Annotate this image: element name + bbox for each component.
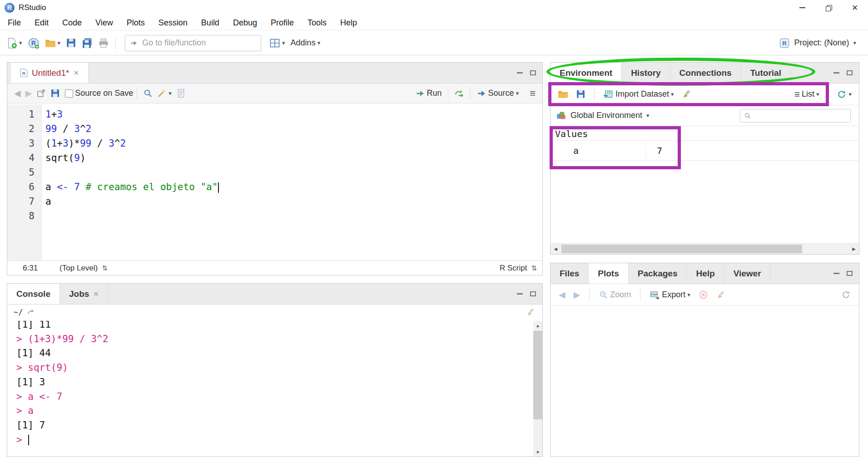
popout-button[interactable] — [34, 85, 48, 102]
forward-button[interactable]: ▶ — [23, 85, 35, 102]
code-text[interactable]: sqrt(9) — [42, 151, 86, 165]
menu-code[interactable]: Code — [55, 15, 89, 30]
save-workspace-button[interactable] — [573, 85, 588, 104]
code-token: 3 — [109, 138, 114, 149]
code-text[interactable]: 1+3 — [42, 107, 63, 122]
console-tab-jobs[interactable]: Jobs✕ — [60, 284, 109, 304]
environment-tab-tutorial[interactable]: Tutorial — [741, 63, 791, 83]
files-tab-files[interactable]: Files — [551, 263, 589, 284]
minimize-pane-button[interactable] — [833, 273, 839, 274]
menu-file[interactable]: File — [1, 15, 28, 30]
new-file-button[interactable]: ▾ — [4, 34, 25, 53]
zoom-plot-button[interactable]: Zoom — [596, 285, 634, 305]
save-source-button[interactable] — [48, 85, 62, 102]
previous-plot-button[interactable]: ◀ — [556, 285, 568, 305]
environment-search-input[interactable] — [754, 112, 848, 120]
search-icon — [744, 112, 751, 119]
files-tab-help[interactable]: Help — [687, 263, 724, 284]
project-chooser-button[interactable]: R Project: (None) ▾ — [779, 38, 856, 49]
close-button[interactable]: ✕ — [842, 0, 868, 15]
console-body[interactable]: [1] 11> (1+3)*99 / 3^2[1] 44> sqrt(9)[1]… — [7, 321, 542, 457]
files-tab-label: Files — [560, 269, 579, 279]
clear-plots-button[interactable] — [714, 285, 729, 305]
menu-tools[interactable]: Tools — [301, 15, 333, 30]
code-text[interactable] — [42, 209, 45, 223]
environment-object-row[interactable]: a7 — [551, 141, 859, 161]
menu-debug[interactable]: Debug — [226, 15, 264, 30]
code-text[interactable]: a — [42, 194, 51, 209]
compile-report-button[interactable] — [174, 85, 188, 102]
environment-tab-environment[interactable]: Environment — [551, 63, 622, 83]
load-workspace-button[interactable] — [555, 85, 571, 104]
minimize-pane-button[interactable] — [517, 293, 523, 295]
save-all-button[interactable] — [79, 34, 95, 53]
minimize-pane-button[interactable] — [833, 72, 839, 74]
find-replace-button[interactable] — [141, 85, 155, 102]
menu-profile[interactable]: Profile — [264, 15, 301, 30]
scroll-down-button[interactable]: ▼ — [533, 447, 542, 457]
source-on-save-checkbox[interactable] — [65, 89, 73, 98]
code-text[interactable]: (1+3)*99 / 3^2 — [42, 136, 126, 151]
code-text[interactable]: 99 / 3^2 — [42, 122, 91, 136]
menu-edit[interactable]: Edit — [28, 15, 55, 30]
minimize-pane-button[interactable] — [517, 72, 523, 74]
goto-directory-icon[interactable] — [27, 308, 35, 316]
list-view-button[interactable]: ≡ List ▾ — [792, 85, 822, 104]
import-dataset-button[interactable]: Import Dataset ▾ — [600, 85, 677, 104]
maximize-pane-button[interactable] — [847, 271, 853, 276]
run-button[interactable]: Run — [413, 85, 444, 102]
open-file-button[interactable]: ▾ — [42, 34, 64, 53]
maximize-pane-button[interactable] — [530, 70, 536, 75]
code-editor[interactable]: 11+3299 / 3^23(1+3)*99 / 3^24sqrt(9)56a … — [7, 104, 542, 260]
menu-help[interactable]: Help — [333, 15, 364, 30]
code-text[interactable]: a <- 7 # creamos el objeto "a" — [42, 180, 219, 194]
scrollbar-thumb[interactable] — [533, 331, 542, 419]
environment-horizontal-scrollbar[interactable]: ◀ ▶ — [551, 243, 859, 254]
scroll-left-button[interactable]: ◀ — [551, 244, 560, 254]
remove-plot-button[interactable] — [696, 285, 711, 305]
code-tools-button[interactable]: ▾ — [155, 85, 174, 102]
close-icon[interactable]: ✕ — [93, 290, 99, 298]
export-plot-button[interactable]: Export ▾ — [647, 285, 693, 305]
rerun-button[interactable] — [452, 85, 466, 102]
goto-file-box[interactable] — [125, 35, 261, 51]
clear-console-button[interactable] — [526, 307, 536, 317]
maximize-pane-button[interactable] — [530, 291, 536, 296]
scroll-up-button[interactable]: ▲ — [533, 321, 542, 330]
maximize-pane-button[interactable] — [847, 70, 853, 75]
code-text[interactable] — [42, 165, 45, 180]
save-button[interactable] — [63, 34, 79, 53]
scope-selector[interactable]: (Top Level) ⇅ — [60, 264, 108, 273]
console-vertical-scrollbar[interactable]: ▲ ▼ — [533, 321, 542, 457]
back-button[interactable]: ◀ — [12, 85, 23, 102]
print-button[interactable] — [95, 34, 112, 53]
environment-tab-history[interactable]: History — [622, 63, 670, 83]
close-icon[interactable]: ✕ — [73, 69, 79, 77]
restore-button[interactable] — [815, 0, 842, 15]
files-tab-packages[interactable]: Packages — [629, 263, 687, 284]
menu-build[interactable]: Build — [194, 15, 226, 30]
file-type-selector[interactable]: R Script ⇅ — [500, 264, 537, 273]
refresh-environment-button[interactable]: ▾ — [834, 85, 854, 104]
source-button[interactable]: Source ▾ — [474, 85, 521, 102]
environment-tab-connections[interactable]: Connections — [670, 63, 741, 83]
document-outline-button[interactable]: ≡ — [527, 85, 538, 102]
menu-view[interactable]: View — [89, 15, 120, 30]
menu-session[interactable]: Session — [152, 15, 194, 30]
scrollbar-thumb[interactable] — [561, 245, 802, 253]
minimize-button[interactable] — [789, 0, 815, 15]
files-tab-viewer[interactable]: Viewer — [724, 263, 771, 284]
scroll-right-button[interactable]: ▶ — [849, 244, 859, 254]
environment-search-box[interactable] — [740, 109, 851, 123]
console-tab-console[interactable]: Console — [7, 284, 60, 304]
files-tab-plots[interactable]: Plots — [589, 263, 628, 284]
next-plot-button[interactable]: ▶ — [571, 285, 583, 305]
new-project-button[interactable]: R — [25, 34, 42, 53]
goto-file-input[interactable] — [142, 38, 256, 48]
source-tab-untitled1[interactable]: R Untitled1* ✕ — [11, 63, 89, 83]
addins-button[interactable]: Addins ▾ — [288, 34, 323, 53]
clear-environment-button[interactable] — [679, 85, 695, 104]
pane-layout-button[interactable]: ▾ — [267, 34, 288, 53]
refresh-plots-button[interactable] — [838, 285, 853, 305]
menu-plots[interactable]: Plots — [120, 15, 152, 30]
